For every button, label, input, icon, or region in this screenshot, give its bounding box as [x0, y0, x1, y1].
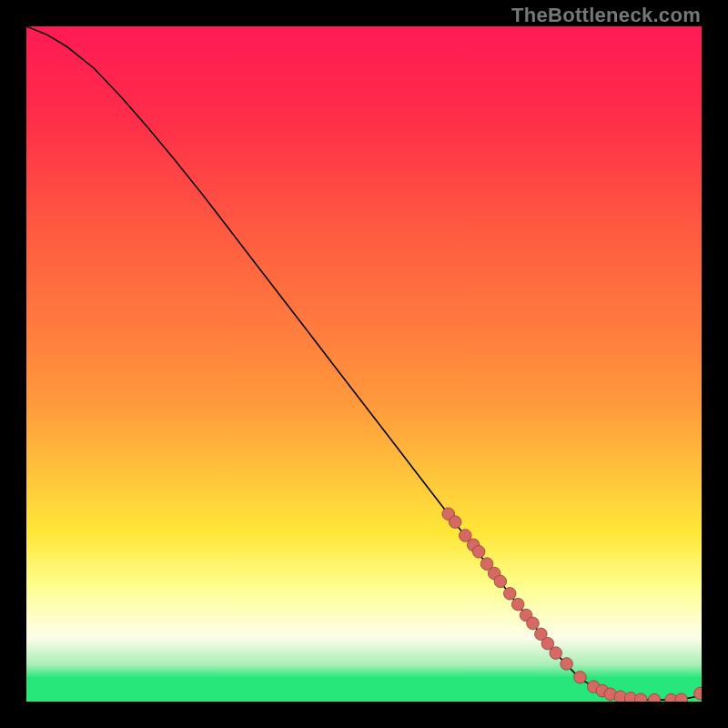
- sample-point: [527, 617, 540, 630]
- watermark-text: TheBottleneck.com: [511, 4, 701, 27]
- sample-point: [561, 658, 573, 671]
- sample-point: [574, 671, 587, 683]
- plot-svg: [26, 26, 702, 702]
- sample-point: [511, 598, 524, 611]
- plot-area: [26, 26, 702, 702]
- sample-point: [503, 587, 516, 600]
- sample-point: [494, 575, 507, 588]
- sample-point: [472, 545, 485, 558]
- sample-point: [550, 647, 562, 660]
- chart-stage: TheBottleneck.com: [0, 0, 728, 728]
- sample-point: [449, 516, 461, 529]
- gradient-background: [26, 26, 702, 702]
